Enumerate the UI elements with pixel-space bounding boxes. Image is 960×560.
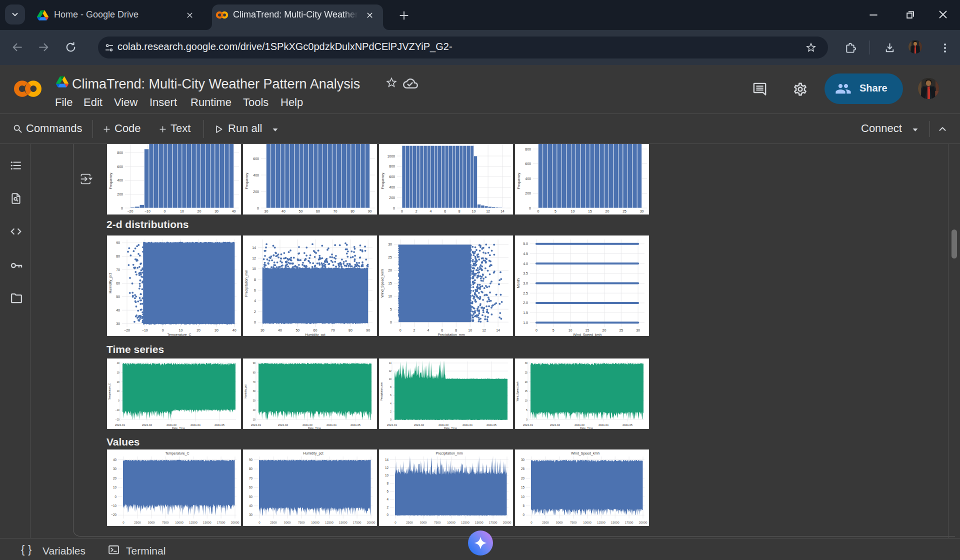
svg-text:4: 4 [390, 402, 392, 405]
svg-text:4: 4 [427, 328, 429, 332]
svg-text:2024-05: 2024-05 [214, 424, 224, 426]
svg-text:20: 20 [198, 210, 202, 213]
svg-text:10000: 10000 [447, 521, 456, 524]
svg-text:14: 14 [389, 362, 392, 364]
svg-text:Month: Month [516, 278, 520, 288]
svg-text:60: 60 [314, 328, 318, 332]
svg-text:2: 2 [386, 506, 388, 509]
svg-text:40: 40 [117, 362, 120, 364]
svg-text:15000: 15000 [203, 521, 212, 524]
svg-text:−20: −20 [124, 328, 130, 332]
svg-text:10000: 10000 [311, 521, 320, 524]
svg-text:30: 30 [117, 372, 120, 374]
svg-text:60: 60 [249, 486, 253, 489]
svg-text:12: 12 [482, 328, 486, 332]
svg-text:5: 5 [554, 210, 556, 213]
svg-text:2024-05: 2024-05 [350, 424, 360, 426]
svg-text:25: 25 [622, 210, 626, 213]
svg-text:600: 600 [525, 162, 531, 166]
svg-text:30: 30 [214, 210, 218, 213]
svg-text:50: 50 [253, 400, 256, 402]
svg-text:2024-04: 2024-04 [462, 424, 472, 426]
svg-text:2500: 2500 [406, 521, 413, 524]
svg-text:Frequency: Frequency [109, 172, 113, 190]
svg-text:8: 8 [458, 210, 460, 213]
svg-text:2024-01: 2024-01 [115, 424, 125, 426]
svg-text:2500: 2500 [270, 521, 277, 524]
svg-text:12500: 12500 [189, 521, 198, 524]
svg-text:70: 70 [253, 381, 256, 384]
svg-text:15: 15 [521, 486, 525, 489]
svg-text:60: 60 [253, 390, 256, 392]
svg-text:Humidity_pct: Humidity_pct [305, 333, 326, 336]
svg-text:10: 10 [388, 294, 392, 298]
svg-text:80: 80 [249, 467, 253, 470]
svg-text:4: 4 [386, 498, 388, 501]
svg-text:2: 2 [414, 328, 416, 332]
svg-text:25: 25 [619, 328, 623, 332]
svg-text:20000: 20000 [503, 521, 512, 524]
svg-text:10: 10 [521, 495, 525, 498]
svg-text:−10: −10 [111, 504, 116, 508]
svg-text:25: 25 [388, 256, 392, 259]
svg-text:70: 70 [116, 268, 120, 272]
svg-text:Temperature_C: Temperature_C [108, 383, 111, 400]
svg-text:30: 30 [260, 328, 264, 332]
svg-text:8: 8 [254, 278, 256, 282]
svg-text:1.0: 1.0 [523, 321, 528, 324]
svg-text:0: 0 [386, 513, 388, 516]
svg-text:12500: 12500 [597, 521, 606, 524]
svg-text:60: 60 [116, 282, 120, 285]
svg-text:10: 10 [568, 328, 572, 332]
svg-text:30: 30 [521, 458, 525, 462]
svg-text:0: 0 [118, 400, 120, 402]
svg-text:Date_Time: Date_Time [172, 426, 185, 430]
svg-text:4: 4 [254, 299, 256, 302]
svg-text:0: 0 [522, 513, 524, 516]
svg-text:12500: 12500 [461, 521, 470, 524]
svg-text:2: 2 [416, 210, 418, 213]
svg-text:0: 0 [529, 206, 531, 210]
svg-text:4.0: 4.0 [523, 262, 528, 266]
svg-text:30: 30 [525, 362, 528, 364]
svg-text:6: 6 [444, 210, 446, 213]
svg-text:10: 10 [389, 378, 392, 380]
svg-text:5000: 5000 [284, 521, 291, 524]
svg-text:Humidity_pct: Humidity_pct [303, 452, 324, 456]
svg-text:800: 800 [117, 151, 123, 154]
svg-text:80: 80 [253, 372, 256, 374]
svg-text:200: 200 [117, 192, 123, 196]
svg-text:2: 2 [390, 410, 392, 413]
svg-text:30: 30 [636, 328, 640, 332]
svg-text:90: 90 [253, 362, 256, 364]
svg-text:0: 0 [162, 328, 164, 332]
svg-text:14: 14 [500, 210, 504, 213]
svg-text:Precipitation_mm: Precipitation_mm [244, 270, 248, 296]
svg-text:−10: −10 [144, 210, 150, 213]
svg-text:15: 15 [525, 390, 528, 392]
svg-text:600: 600 [253, 157, 259, 160]
svg-text:14: 14 [496, 328, 500, 332]
svg-text:40: 40 [113, 458, 117, 462]
svg-text:10: 10 [117, 390, 120, 392]
svg-text:30: 30 [264, 210, 268, 213]
svg-text:17500: 17500 [217, 521, 226, 524]
svg-text:5: 5 [390, 308, 392, 311]
svg-text:5: 5 [526, 409, 528, 412]
svg-text:2024-01: 2024-01 [387, 424, 397, 426]
svg-text:Humidity_pct: Humidity_pct [244, 384, 247, 398]
svg-text:50: 50 [299, 210, 303, 213]
svg-text:30: 30 [388, 242, 392, 246]
svg-text:17500: 17500 [489, 521, 498, 524]
svg-text:6: 6 [390, 394, 392, 396]
svg-text:10: 10 [468, 328, 472, 332]
svg-text:70: 70 [249, 476, 253, 480]
svg-text:Wind_Speed_kmh: Wind_Speed_kmh [571, 452, 600, 456]
svg-text:20000: 20000 [639, 521, 648, 524]
svg-text:5000: 5000 [420, 521, 427, 524]
svg-text:600: 600 [117, 165, 123, 168]
svg-text:2024-04: 2024-04 [326, 424, 336, 426]
svg-text:10: 10 [113, 486, 117, 489]
svg-text:6: 6 [386, 490, 388, 493]
svg-text:0: 0 [164, 210, 166, 213]
